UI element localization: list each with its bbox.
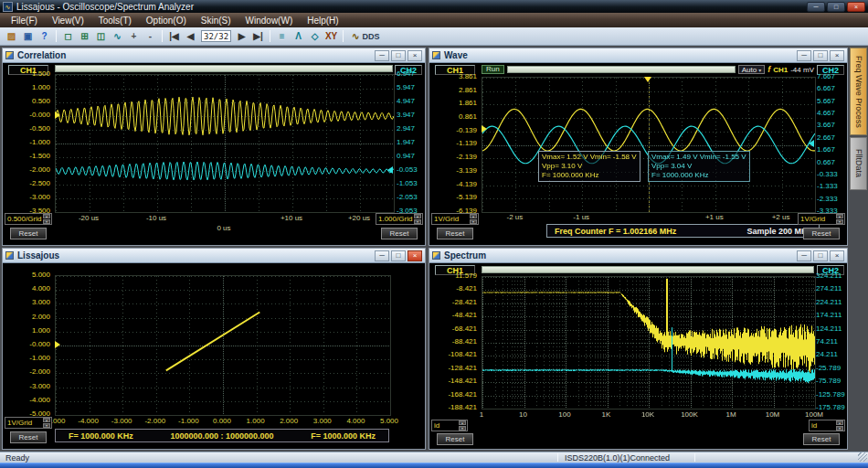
trigger-slope-icon[interactable]: f <box>767 65 770 74</box>
minimize-button[interactable]: ─ <box>375 250 389 261</box>
next-frame-button[interactable]: ▶ <box>234 29 249 44</box>
zoom-out-button[interactable]: - <box>143 29 158 44</box>
axis-tick-label: 1.000 <box>32 327 50 335</box>
close-button[interactable]: × <box>830 50 844 61</box>
maximize-button[interactable]: □ <box>391 250 406 261</box>
last-frame-button[interactable]: ▶| <box>250 29 266 44</box>
ch2-position-marker[interactable] <box>387 166 393 174</box>
close-button[interactable]: × <box>408 50 422 61</box>
window-icon <box>5 51 14 59</box>
correlation-plot <box>55 74 395 213</box>
maximize-button[interactable]: □ <box>813 50 828 61</box>
first-frame-button[interactable]: |◀ <box>166 29 182 44</box>
dds-button[interactable]: ∿DDS <box>347 29 384 44</box>
spectrum-titlebar[interactable]: Spectrum ─ □ × <box>429 249 847 263</box>
ch1-reset-button[interactable]: Reset <box>10 228 47 239</box>
wave-view-button[interactable]: ∿ <box>110 29 125 44</box>
side-tab-2[interactable]: FlltData <box>850 137 867 190</box>
menu-window-item[interactable]: Window(W) <box>238 15 301 27</box>
save-button[interactable]: ▣ <box>20 29 36 44</box>
horizontal-scrollbar[interactable] <box>507 66 736 73</box>
spin-up-button[interactable]: ▴ <box>43 214 50 218</box>
ch2-reset-button[interactable]: Reset <box>803 228 840 239</box>
prev-frame-button[interactable]: ◀ <box>183 29 198 44</box>
horizontal-scrollbar[interactable] <box>482 266 814 273</box>
minimize-button[interactable]: ─ <box>375 50 389 61</box>
menu-tools-item[interactable]: Tools(T) <box>91 15 139 27</box>
spectrum-plot <box>482 276 816 410</box>
spin-up-button[interactable]: ▴ <box>836 214 843 218</box>
spin-up-button[interactable]: ▴ <box>414 214 421 218</box>
spin-down-button[interactable]: ▾ <box>470 219 477 224</box>
xy-mode-button[interactable]: XY <box>323 29 339 44</box>
correlation-titlebar[interactable]: Correlation ─ □ × <box>3 48 425 63</box>
close-button[interactable]: × <box>847 2 865 12</box>
minimize-button[interactable]: ─ <box>797 50 811 61</box>
axis-tick-label: 5.947 <box>397 84 423 91</box>
ch1-reset-button[interactable]: Reset <box>437 228 473 239</box>
side-tab-1[interactable]: Freq Wave Process <box>850 48 867 135</box>
menu-skin-item[interactable]: Skin(S) <box>194 15 238 27</box>
ch1-position-marker[interactable] <box>55 112 60 119</box>
window-titlebar[interactable]: ∿ Lissajous - Oscilloscope/Spectrum Anal… <box>0 0 868 13</box>
ch2-reset-button[interactable]: Reset <box>381 228 418 239</box>
ch2-measurements: Vmax= 1.49 V Vmin= -1.55 V Vpp= 3.04 V F… <box>648 151 750 182</box>
maximize-button[interactable]: □ <box>391 50 406 61</box>
axis-tick-label: -3.139 <box>456 167 477 175</box>
menu-file-item[interactable]: File(F) <box>4 15 45 27</box>
ch1-position-marker[interactable] <box>482 125 487 133</box>
minimize-button[interactable]: ─ <box>797 250 811 261</box>
scale-spinner: ▴ ▾ <box>43 418 50 428</box>
zoom-in-button[interactable]: + <box>126 29 142 44</box>
wave-titlebar[interactable]: Wave ─ □ × <box>429 48 847 63</box>
spin-up-button[interactable]: ▴ <box>470 214 477 218</box>
spectrum-right-axis: 324.211274.211224.211174.211124.21174.21… <box>816 272 847 411</box>
spin-down-button[interactable]: ▾ <box>459 426 466 431</box>
trigger-position-marker[interactable] <box>644 77 651 82</box>
ch1-position-marker[interactable] <box>55 341 60 348</box>
cascade-windows-button[interactable]: ◫ <box>93 29 109 44</box>
lissajous-view-button[interactable]: ◇ <box>307 29 323 44</box>
trigger-mode-label: Auto <box>742 66 757 74</box>
maximize-button[interactable]: □ <box>827 2 845 12</box>
reset-button[interactable]: Reset <box>10 431 47 443</box>
spin-up-button[interactable]: ▴ <box>43 418 50 422</box>
x-axis-center-label: 0 us <box>55 224 393 232</box>
menu-option-item[interactable]: Option(O) <box>139 15 194 27</box>
freq-counter-bar: Freq Counter F = 1.002166 MHz Sample 200… <box>546 224 820 238</box>
ch2-vmax-vmin: Vmax= 1.49 V Vmin= -1.55 V <box>651 153 746 162</box>
panel-title: Lissajous <box>17 250 59 261</box>
single-view-button[interactable]: ◻ <box>60 29 76 44</box>
tile-windows-button[interactable]: ⊞ <box>77 29 92 44</box>
resize-grip[interactable] <box>858 452 867 462</box>
spin-down-button[interactable]: ▾ <box>43 423 50 428</box>
ch1-reset-button[interactable]: Reset <box>437 433 473 445</box>
axis-tick-label: 1.947 <box>397 139 423 146</box>
lissajous-titlebar[interactable]: Lissajous ─ □ × <box>3 249 425 263</box>
channel-view-button[interactable]: ≡ <box>274 29 290 44</box>
spin-up-button[interactable]: ▴ <box>836 420 843 425</box>
minimize-button[interactable]: ─ <box>807 2 825 12</box>
open-file-button[interactable]: ▨ <box>4 29 19 44</box>
axis-tick-label: 174.211 <box>816 312 847 319</box>
spin-up-button[interactable]: ▴ <box>459 420 466 425</box>
axis-tick-label: +10 us <box>281 214 302 222</box>
spectrum-view-button[interactable]: Λ <box>291 29 306 44</box>
spin-down-button[interactable]: ▾ <box>414 219 421 224</box>
menu-view-item[interactable]: View(V) <box>45 15 91 27</box>
trigger-mode-select[interactable]: Auto ▾ <box>738 65 765 74</box>
ch1-scale-label: 0.500/Grid <box>5 214 43 224</box>
horizontal-scrollbar[interactable] <box>55 65 393 72</box>
run-button[interactable]: Run <box>482 65 504 74</box>
close-button[interactable]: × <box>830 250 844 261</box>
menu-help-item[interactable]: Help(H) <box>300 15 345 27</box>
ch2-reset-button[interactable]: Reset <box>803 433 840 445</box>
spin-down-button[interactable]: ▾ <box>836 219 843 224</box>
help-button[interactable]: ? <box>37 29 52 44</box>
maximize-button[interactable]: □ <box>813 250 828 261</box>
ch2-position-marker[interactable] <box>809 140 814 147</box>
spin-down-button[interactable]: ▾ <box>43 219 50 224</box>
close-button[interactable]: × <box>408 250 422 261</box>
ch2-scale-label: 1V/Grid <box>799 214 836 224</box>
spin-down-button[interactable]: ▾ <box>836 426 843 431</box>
